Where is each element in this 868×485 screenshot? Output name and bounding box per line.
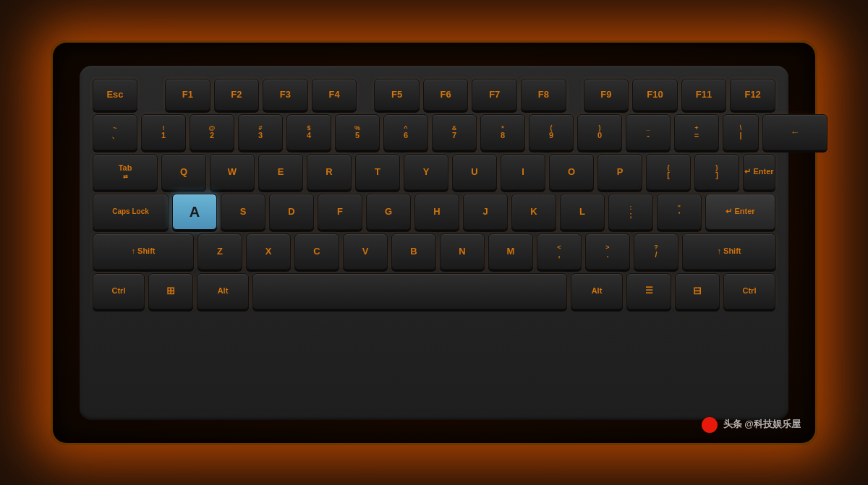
key-win-left[interactable]: ⊞	[148, 273, 193, 309]
key-minus[interactable]: _ -	[626, 114, 671, 150]
key-s[interactable]: S	[221, 194, 265, 230]
key-9[interactable]: ( 9	[529, 114, 574, 150]
key-7[interactable]: & 7	[432, 114, 477, 150]
keyboard-body: Esc F1 F2 F3 F4 F5 F6 F7 F8 F9 F10 F11 F…	[80, 66, 788, 420]
tab-row: Tab ⇄ Q W E R T Y U I O P { [ } ] ↵ Ente…	[93, 154, 775, 190]
number-row: ~ 、 ! 1 @ 2 # 3 $ 4 % 5	[93, 114, 775, 150]
key-6[interactable]: ^ 6	[383, 114, 428, 150]
watermark-text: 头条 @科技娱乐屋	[723, 419, 801, 429]
key-f5[interactable]: F5	[374, 79, 420, 111]
key-ctrl-left[interactable]: Ctrl	[93, 273, 145, 309]
shift-row: ↑ Shift Z X C V B N M < , > . ? / ↑ Shif…	[93, 233, 775, 270]
key-lbracket[interactable]: { [	[646, 154, 691, 190]
key-f8[interactable]: F8	[521, 79, 566, 111]
key-d[interactable]: D	[269, 194, 314, 230]
caps-row: Caps Lock A S D F G H J K L : ; " ' ↵ En…	[93, 194, 775, 230]
key-o[interactable]: O	[549, 154, 594, 190]
key-f4[interactable]: F4	[312, 79, 357, 111]
key-r[interactable]: R	[307, 154, 352, 190]
key-f2[interactable]: F2	[214, 79, 260, 111]
key-f9[interactable]: F9	[584, 79, 629, 111]
key-equals[interactable]: + =	[674, 114, 719, 150]
key-4[interactable]: $ 4	[286, 114, 331, 150]
key-enter[interactable]: ↵ Enter	[743, 154, 775, 190]
key-enter-2[interactable]: ↵ Enter	[705, 194, 775, 230]
watermark-logo	[702, 417, 718, 433]
key-f6[interactable]: F6	[423, 79, 469, 111]
key-2[interactable]: @ 2	[190, 114, 234, 150]
key-i[interactable]: I	[501, 154, 545, 190]
key-caps-lock[interactable]: Caps Lock	[93, 194, 169, 230]
key-ctrl-right[interactable]: Ctrl	[723, 273, 775, 309]
key-y[interactable]: Y	[404, 154, 448, 190]
key-f12[interactable]: F12	[730, 79, 775, 111]
keyboard-wrapper: Esc F1 F2 F3 F4 F5 F6 F7 F8 F9 F10 F11 F…	[51, 40, 817, 445]
key-space[interactable]	[252, 273, 567, 309]
key-slash[interactable]: ? /	[634, 233, 678, 270]
key-win-right[interactable]: ⊟	[675, 273, 720, 309]
key-v[interactable]: V	[343, 233, 388, 270]
key-b[interactable]: B	[391, 233, 436, 270]
key-backspace[interactable]: ←	[762, 114, 827, 150]
key-alt-right[interactable]: Alt	[571, 273, 623, 309]
key-comma[interactable]: < ,	[537, 233, 582, 270]
key-alt-left[interactable]: Alt	[197, 273, 249, 309]
key-shift-right[interactable]: ↑ Shift	[682, 233, 776, 270]
key-l[interactable]: L	[560, 194, 605, 230]
key-8[interactable]: * 8	[480, 114, 525, 150]
key-q[interactable]: Q	[161, 154, 206, 190]
key-0[interactable]: ) 0	[577, 114, 622, 150]
key-5[interactable]: % 5	[335, 114, 380, 150]
key-semicolon[interactable]: : ;	[608, 194, 653, 230]
key-c[interactable]: C	[294, 233, 339, 270]
watermark: 头条 @科技娱乐屋	[702, 417, 801, 433]
key-u[interactable]: U	[452, 154, 497, 190]
key-tab[interactable]: Tab ⇄	[93, 154, 158, 190]
key-a[interactable]: A	[172, 194, 217, 230]
key-f7[interactable]: F7	[472, 79, 517, 111]
key-f1[interactable]: F1	[165, 79, 210, 111]
key-t[interactable]: T	[355, 154, 400, 190]
key-backslash[interactable]: \ |	[723, 114, 759, 150]
key-g[interactable]: G	[366, 194, 411, 230]
key-h[interactable]: H	[414, 194, 459, 230]
key-backtick[interactable]: ~ 、	[93, 114, 137, 150]
key-x[interactable]: X	[246, 233, 291, 270]
key-f11[interactable]: F11	[681, 79, 727, 111]
key-n[interactable]: N	[440, 233, 485, 270]
ctrl-row: Ctrl ⊞ Alt Alt ☰ ⊟ Ctrl	[93, 273, 775, 309]
key-j[interactable]: J	[463, 194, 508, 230]
key-w[interactable]: W	[210, 154, 255, 190]
key-z[interactable]: Z	[197, 233, 242, 270]
key-quote[interactable]: " '	[657, 194, 702, 230]
key-3[interactable]: # 3	[238, 114, 283, 150]
key-shift-left[interactable]: ↑ Shift	[93, 233, 194, 270]
fn-row: Esc F1 F2 F3 F4 F5 F6 F7 F8 F9 F10 F11 F…	[93, 79, 775, 111]
key-rbracket[interactable]: } ]	[694, 154, 739, 190]
key-period[interactable]: > .	[585, 233, 630, 270]
key-p[interactable]: P	[597, 154, 642, 190]
key-menu[interactable]: ☰	[626, 273, 671, 309]
key-e[interactable]: E	[258, 154, 303, 190]
esc-label: Esc	[106, 89, 123, 100]
key-1[interactable]: ! 1	[141, 114, 186, 150]
key-f3[interactable]: F3	[263, 79, 308, 111]
key-f[interactable]: F	[318, 194, 362, 230]
key-m[interactable]: M	[488, 233, 533, 270]
key-f10[interactable]: F10	[632, 79, 678, 111]
key-k[interactable]: K	[511, 194, 556, 230]
key-esc[interactable]: Esc	[93, 79, 137, 111]
